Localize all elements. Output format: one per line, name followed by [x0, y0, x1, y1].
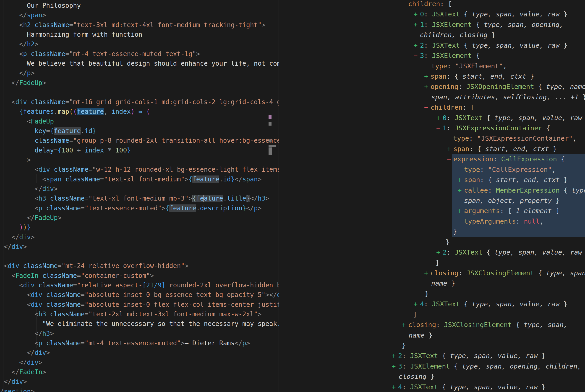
code-line[interactable]: <p className="mt-4 text-essence-muted">—… — [0, 338, 279, 348]
expand-icon[interactable]: + — [424, 268, 431, 278]
code-line[interactable]: </FadeUp> — [0, 213, 279, 223]
code-line[interactable]: <FadeUp — [0, 117, 279, 126]
code-line[interactable]: <div className="relative aspect-[21/9] r… — [0, 280, 279, 290]
code-line[interactable] — [0, 88, 279, 97]
ast-tree-line[interactable]: +4: JSXText { type, span, value, raw } — [279, 382, 585, 392]
code-line[interactable]: </p> — [0, 68, 279, 78]
expand-icon[interactable]: + — [436, 247, 443, 258]
ast-tree-line[interactable]: +span: { start, end, ctxt } — [279, 71, 585, 82]
expand-icon[interactable]: + — [414, 40, 420, 50]
ast-tree-line[interactable]: +opening: JSXOpeningElement { type, name… — [279, 82, 585, 92]
ast-tree-line[interactable]: span, attributes, selfClosing, ... +1 } — [279, 92, 585, 102]
code-line[interactable]: <div className="absolute inset-0 flex fl… — [0, 300, 279, 310]
code-line[interactable]: </div> — [0, 232, 279, 242]
code-line[interactable]: </span> — [0, 10, 279, 20]
ast-tree-line[interactable]: } — [279, 289, 585, 299]
ast-tree-line[interactable]: +span: { start, end, ctxt } — [279, 144, 585, 154]
ast-tree-line[interactable]: +arguments: [ 1 element ] — [279, 206, 585, 216]
ast-tree-line[interactable]: +callee: MemberExpression { type, — [279, 185, 585, 196]
ast-tree-line[interactable]: +2: JSXText { type, span, value, raw } — [279, 40, 585, 50]
ast-tree-line[interactable]: children, closing } — [279, 30, 585, 40]
code-line[interactable]: <span className="text-xl font-medium">{f… — [0, 174, 279, 184]
expand-icon[interactable]: + — [392, 361, 398, 372]
code-line[interactable]: </h3> — [0, 329, 279, 338]
expand-icon[interactable]: + — [392, 351, 398, 361]
code-line[interactable]: <p className="text-essence-muted">{featu… — [0, 204, 279, 213]
collapse-icon[interactable]: − — [414, 50, 420, 61]
ast-tree-line[interactable]: +4: JSXText { type, span, value, raw } — [279, 299, 585, 309]
code-line[interactable]: </div> — [0, 358, 279, 368]
code-line[interactable]: <div className="absolute inset-0 bg-esse… — [0, 290, 279, 300]
code-line[interactable]: Harmonizing form with function — [0, 30, 279, 40]
code-line[interactable]: <div className="mt-24 relative overflow-… — [0, 261, 279, 271]
expand-icon[interactable]: + — [424, 82, 431, 92]
ast-tree-line[interactable]: +closing: JSXClosingElement { type, span… — [279, 268, 585, 278]
ast-tree-line[interactable]: +2: JSXText { type, span, value, raw } — [279, 247, 585, 258]
code-line[interactable]: key={feature.id} — [0, 126, 279, 136]
code-line[interactable]: "We eliminate the unnecessary so that th… — [0, 319, 279, 329]
ast-tree-line[interactable]: −children: [ — [279, 0, 585, 9]
code-line[interactable]: className="group p-8 rounded-2xl transit… — [0, 136, 279, 146]
expand-icon[interactable]: + — [402, 320, 408, 330]
code-line[interactable]: /section> — [0, 387, 279, 392]
code-line[interactable]: </div> — [0, 348, 279, 358]
code-line[interactable]: <div className="w-12 h-12 rounded-xl bg-… — [0, 165, 279, 174]
code-line[interactable] — [0, 252, 279, 261]
code-line[interactable]: delay={100 + index * 100} — [0, 146, 279, 155]
code-line[interactable]: <p className="mt-4 text-essence-muted te… — [0, 49, 279, 59]
expand-icon[interactable]: + — [458, 175, 464, 185]
code-line[interactable]: We believe that beautiful design should … — [0, 59, 279, 68]
expand-icon[interactable]: + — [458, 185, 464, 196]
ast-tree-line[interactable]: } — [279, 226, 585, 237]
expand-icon[interactable]: + — [414, 299, 420, 309]
code-line[interactable]: <div className="mt-16 grid grid-cols-1 m… — [0, 97, 279, 107]
code-line[interactable]: <FadeIn className="container-custom"> — [0, 271, 279, 280]
code-line[interactable]: > — [0, 155, 279, 165]
ast-tree-line[interactable]: −3: JSXElement { — [279, 50, 585, 61]
ast-tree-line[interactable]: +3: JSXElement { type, span, opening, ch… — [279, 361, 585, 372]
collapse-icon[interactable]: − — [436, 123, 443, 133]
ast-tree-line[interactable]: +0: JSXText { type, span, value, raw } — [279, 9, 585, 19]
ast-tree-line[interactable]: type: "JSXExpressionContainer", — [279, 133, 585, 144]
expand-icon[interactable]: + — [424, 71, 431, 82]
code-line[interactable]: </div> — [0, 184, 279, 194]
ast-tree-line[interactable]: −expression: CallExpression { — [279, 154, 585, 164]
collapse-icon[interactable]: − — [424, 102, 431, 112]
code-line[interactable]: <h3 className="text-2xl md:text-3xl font… — [0, 310, 279, 319]
ast-tree-line[interactable]: +1: JSXElement { type, span, opening, — [279, 20, 585, 30]
ast-tree-line[interactable]: +2: JSXText { type, span, value, raw } — [279, 351, 585, 361]
collapse-icon[interactable]: − — [447, 154, 453, 164]
ast-tree-line[interactable]: −children: [ — [279, 102, 585, 112]
expand-icon[interactable]: + — [414, 9, 420, 19]
ast-tree-line[interactable]: type: "CallExpression", — [279, 164, 585, 175]
ast-tree-line[interactable]: ] — [279, 258, 585, 268]
code-line[interactable]: </h2> — [0, 40, 279, 49]
code-line[interactable]: Our Philosophy — [0, 1, 279, 10]
code-line[interactable]: </FadeIn> — [0, 368, 279, 377]
expand-icon[interactable]: + — [458, 206, 464, 216]
ast-tree-line[interactable]: +span: { start, end, ctxt } — [279, 175, 585, 185]
ast-tree-line[interactable]: ] — [279, 310, 585, 320]
expand-icon[interactable]: + — [436, 113, 443, 123]
ast-tree-line[interactable]: +closing: JSXClosingElement { type, span… — [279, 320, 585, 330]
ast-tree-line[interactable]: name } — [279, 278, 585, 288]
code-line[interactable]: <h3 className="text-xl font-medium mb-3"… — [0, 194, 279, 203]
code-line[interactable]: </div> — [0, 242, 279, 252]
expand-icon[interactable]: + — [414, 20, 420, 30]
ast-tree-line[interactable]: closing } — [279, 372, 585, 382]
code-line[interactable]: ))} — [0, 223, 279, 232]
ast-tree-line[interactable]: } — [279, 340, 585, 351]
code-editor[interactable]: Our Philosophy </span> <h2 className="te… — [0, 0, 279, 392]
ast-tree-line[interactable]: type: "JSXElement", — [279, 61, 585, 71]
code-line[interactable]: <h2 className="text-3xl md:text-4xl font… — [0, 20, 279, 30]
ast-tree-line[interactable]: −1: JSXExpressionContainer { — [279, 123, 585, 133]
ast-tree-panel[interactable]: −children: [+0: JSXText { type, span, va… — [279, 0, 585, 392]
ast-tree-line[interactable]: span, object, property } — [279, 196, 585, 206]
expand-icon[interactable]: + — [392, 382, 398, 392]
ast-tree-line[interactable]: +0: JSXText { type, span, value, raw } — [279, 113, 585, 123]
code-line[interactable]: </FadeUp> — [0, 78, 279, 88]
code-line[interactable]: </div> — [0, 377, 279, 386]
collapse-icon[interactable]: − — [402, 0, 408, 9]
code-line[interactable]: {features.map((feature, index) ⇒ ( — [0, 107, 279, 116]
expand-icon[interactable]: + — [447, 144, 453, 154]
